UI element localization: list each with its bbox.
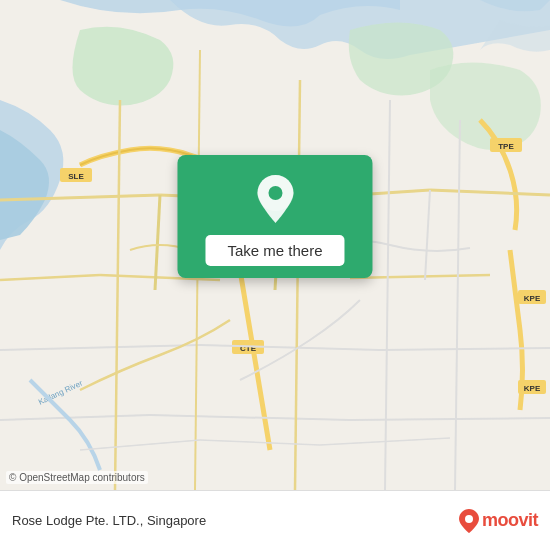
svg-text:KPE: KPE [524, 294, 541, 303]
svg-point-39 [465, 515, 473, 523]
svg-text:KPE: KPE [524, 384, 541, 393]
bottom-bar: Rose Lodge Pte. LTD., Singapore moovit [0, 490, 550, 550]
map-view: SLE CTE TPE KPE KPE [0, 0, 550, 490]
map-attribution: © OpenStreetMap contributors [6, 471, 148, 484]
cta-overlay: Take me there [177, 155, 372, 278]
moovit-logo: moovit [458, 508, 538, 534]
take-me-there-button[interactable]: Take me there [205, 235, 344, 266]
location-name: Rose Lodge Pte. LTD., Singapore [12, 513, 206, 528]
location-full-text: Rose Lodge Pte. LTD., Singapore [12, 513, 206, 528]
location-info: Rose Lodge Pte. LTD., Singapore [12, 513, 206, 528]
svg-text:TPE: TPE [498, 142, 514, 151]
svg-text:SLE: SLE [68, 172, 84, 181]
moovit-pin-icon [458, 508, 480, 534]
svg-point-38 [268, 186, 282, 200]
moovit-brand-text: moovit [482, 510, 538, 531]
location-pin-icon [253, 173, 297, 225]
cta-button-container: Take me there [177, 155, 372, 278]
